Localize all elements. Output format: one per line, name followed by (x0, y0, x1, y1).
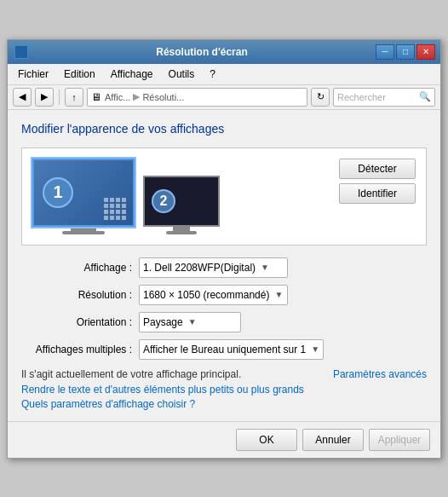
info-text: Il s'agit actuellement de votre affichag… (21, 368, 241, 380)
resolution-value: 1680 × 1050 (recommandé) (143, 289, 269, 301)
menubar: Fichier Edition Affichage Outils ? (8, 64, 440, 85)
toolbar: ◀ ▶ ↑ 🖥 Affic... ▶ Résoluti... ↻ Recherc… (8, 85, 440, 110)
orientation-arrow: ▼ (188, 317, 197, 327)
address-separator: ▶ (133, 91, 140, 102)
affichage-select[interactable]: 1. Dell 2208WFP(Digital) ▼ (139, 257, 288, 278)
monitor2-stand (173, 227, 190, 231)
monitor1-number: 1 (43, 177, 73, 208)
resolution-select[interactable]: 1680 × 1050 (recommandé) ▼ (139, 285, 288, 305)
link2[interactable]: Quels paramètres d'affichage choisir ? (21, 398, 195, 410)
affichage-arrow: ▼ (261, 263, 269, 272)
form-row-multiples: Affichages multiples : Afficher le Burea… (21, 339, 427, 360)
close-button[interactable]: ✕ (416, 44, 435, 60)
monitors-area: 1 (32, 159, 330, 234)
window: Résolution d'écran ─ □ ✕ Fichier Edition… (7, 39, 441, 459)
minimize-button[interactable]: ─ (376, 44, 394, 60)
link1-row: Rendre le texte et d'autres éléments plu… (21, 384, 427, 396)
cancel-button[interactable]: Annuler (302, 429, 364, 451)
menu-outils[interactable]: Outils (162, 66, 202, 83)
multiples-arrow: ▼ (311, 344, 319, 354)
titlebar-buttons: ─ □ ✕ (376, 44, 435, 60)
monitor1-stand (71, 227, 96, 231)
resolution-arrow: ▼ (274, 290, 283, 299)
search-box[interactable]: Rechercher 🔍 (333, 88, 435, 107)
orientation-value: Paysage (143, 316, 183, 328)
orientation-select[interactable]: Paysage ▼ (139, 312, 241, 332)
window-title: Résolution d'écran (28, 46, 376, 58)
menu-edition[interactable]: Edition (57, 66, 102, 83)
form-row-orientation: Orientation : Paysage ▼ (21, 312, 427, 332)
toolbar-separator (59, 90, 60, 105)
titlebar: Résolution d'écran ─ □ ✕ (8, 40, 440, 64)
monitor-section: 1 (21, 147, 427, 246)
advanced-link[interactable]: Paramètres avancés (333, 368, 427, 380)
monitor1-wrapper: 1 (32, 159, 135, 234)
monitor2-wrapper: 2 (143, 176, 220, 234)
apply-button[interactable]: Appliquer (369, 429, 430, 451)
menu-fichier[interactable]: Fichier (11, 66, 55, 83)
address-part2: Résoluti... (142, 92, 184, 102)
form-row-resolution: Résolution : 1680 × 1050 (recommandé) ▼ (21, 285, 427, 305)
multiples-select[interactable]: Afficher le Bureau uniquement sur 1 ▼ (139, 339, 324, 360)
info-row: Il s'agit actuellement de votre affichag… (21, 368, 427, 380)
menu-help[interactable]: ? (203, 66, 222, 83)
address-bar[interactable]: 🖥 Affic... ▶ Résoluti... (87, 88, 307, 107)
refresh-button[interactable]: ↻ (311, 88, 330, 107)
forward-button[interactable]: ▶ (35, 88, 54, 107)
monitor1-grid (104, 198, 126, 220)
address-part1: Affic... (105, 92, 130, 102)
identify-button[interactable]: Identifier (339, 183, 416, 204)
affichage-label: Affichage : (21, 262, 132, 274)
monitor-2[interactable]: 2 (143, 176, 220, 227)
detect-button[interactable]: Détecter (339, 159, 416, 179)
footer: OK Annuler Appliquer (8, 421, 440, 458)
ok-button[interactable]: OK (236, 429, 297, 451)
monitor2-number: 2 (152, 189, 175, 213)
monitor-buttons: Détecter Identifier (339, 159, 416, 204)
form-section: Affichage : 1. Dell 2208WFP(Digital) ▼ R… (21, 257, 427, 360)
page-title: Modifier l'apparence de vos affichages (21, 122, 427, 136)
monitor1-foot (62, 231, 105, 234)
multiples-label: Affichages multiples : (21, 344, 132, 355)
search-icon: 🔍 (419, 91, 431, 102)
link2-row: Quels paramètres d'affichage choisir ? (21, 398, 427, 410)
menu-affichage[interactable]: Affichage (104, 66, 160, 83)
resolution-label: Résolution : (21, 289, 132, 301)
content-area: Modifier l'apparence de vos affichages 1 (8, 110, 440, 421)
back-button[interactable]: ◀ (13, 88, 32, 107)
form-row-affichage: Affichage : 1. Dell 2208WFP(Digital) ▼ (21, 257, 427, 278)
address-icon: 🖥 (91, 91, 101, 103)
maximize-button[interactable]: □ (396, 44, 415, 60)
up-button[interactable]: ↑ (65, 88, 83, 107)
monitor2-foot (166, 231, 197, 234)
multiples-value: Afficher le Bureau uniquement sur 1 (143, 344, 306, 355)
monitor-1[interactable]: 1 (32, 159, 135, 227)
link1[interactable]: Rendre le texte et d'autres éléments plu… (21, 384, 304, 396)
search-placeholder: Rechercher (337, 92, 419, 102)
orientation-label: Orientation : (21, 316, 132, 328)
affichage-value: 1. Dell 2208WFP(Digital) (143, 262, 256, 274)
window-icon (14, 45, 28, 59)
